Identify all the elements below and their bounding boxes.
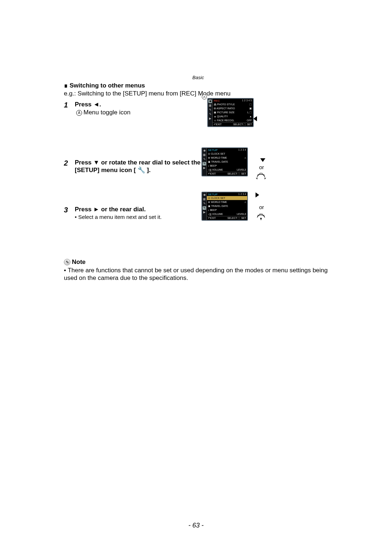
screen2-pages: 1 2 3 4 — [238, 148, 246, 152]
menu-screen-2: ◉ ▦ ✎ ✎ ▶ SETUP1 2 3 4 ⊙ CLOCK SET⊕ WORL… — [201, 147, 248, 176]
sidebar-movie-icon: ▦ — [208, 104, 212, 107]
dpad-left — [253, 116, 258, 121]
step-1: 1 Press ◄. AMenu toggle icon — [64, 101, 332, 116]
figure-2: ◉ ▦ ✎ ✎ ▶ SETUP1 2 3 4 ⊙ CLOCK SET⊕ WORL… — [201, 147, 248, 176]
sidebar-custom-icon: ✎ — [203, 158, 206, 161]
screen3-exit: ↶EXIT — [208, 217, 216, 220]
screen2-exit: ↶EXIT — [208, 172, 216, 175]
menu-row: ▲ QUALITY▲ — [213, 114, 253, 118]
menu-row: ▣ TRAVEL DATE — [207, 160, 247, 164]
menu-row: ⊕ WORLD TIME⌂ — [207, 200, 247, 204]
figure-column: A ◉ ▦ ✎ ✎ ▶ REC1 2 3 4 5 ⁂ PHOTO STYLE⬚⊞… — [200, 98, 272, 129]
svg-line-26 — [262, 214, 263, 216]
sidebar-custom-icon: ✎ — [203, 202, 206, 205]
or-label: or — [259, 164, 264, 170]
menu-row: ♪ BEEP — [207, 164, 247, 168]
step-number: 3 — [64, 206, 75, 214]
menu-row: ▣ TRAVEL DATE — [207, 204, 247, 208]
rear-dial-icon — [256, 171, 266, 179]
screen2-select: SELECT ⬚ SET — [227, 172, 246, 175]
step-2: 2 Press ▼ or rotate the rear dial to sel… — [64, 159, 332, 174]
sidebar-play-icon: ▶ — [208, 117, 212, 121]
svg-marker-29 — [260, 217, 262, 219]
menu-row: ☺ FACE RECOG.OFF — [213, 118, 253, 122]
screen2-title: SETUP — [208, 148, 218, 152]
dpad-right — [255, 192, 259, 197]
screen3-title: SETUP — [208, 193, 218, 196]
pencil-icon: ✎ — [64, 259, 70, 265]
screen1-exit: ↶EXIT — [214, 123, 222, 126]
sidebar-play-icon: ▶ — [203, 211, 206, 214]
sidebar-custom-icon: ✎ — [208, 108, 212, 112]
menu-row: ⁂ PHOTO STYLE⬚ — [213, 102, 253, 106]
svg-line-24 — [260, 214, 260, 216]
menu-row: ▣ PICTURE SIZEL ⬚ — [213, 110, 253, 114]
screen1-title: REC — [214, 99, 220, 102]
sidebar-rec-icon: ◉ — [208, 99, 212, 103]
or-label: or — [259, 204, 264, 210]
screen3-select: SELECT ⬚ SET — [227, 217, 246, 220]
menu-row: ⊕ WORLD TIME⌂ — [207, 156, 247, 160]
menu-row: ⊙ CLOCK SET — [207, 196, 247, 200]
sidebar-setup-icon: ✎ — [203, 162, 206, 166]
step-number: 1 — [64, 101, 75, 109]
screen1-select: SELECT ⬚ SET — [233, 123, 252, 126]
menu-screen-3: ◉ ▦ ✎ ✎ ▶ SETUP1 2 3 4 ⊙ CLOCK SET⊕ WORL… — [201, 192, 248, 221]
sidebar-setup-icon: ✎ — [203, 206, 206, 210]
page-number: - 63 - — [0, 522, 392, 529]
section-header: Basic — [64, 75, 332, 80]
rear-dial-icon — [256, 212, 266, 220]
section-title: ∎ Switching to other menus — [64, 82, 332, 89]
screen1-pages: 1 2 3 4 5 — [242, 99, 252, 102]
callout-a: A — [202, 94, 207, 99]
sidebar-play-icon: ▶ — [203, 166, 206, 170]
menu-row: ♪ BEEP — [207, 208, 247, 212]
note-block: ✎ Note • There are functions that cannot… — [64, 258, 332, 282]
menu-row: ◁)) VOLUMELEVEL3 — [207, 168, 247, 172]
step-3: 3 Press ► or the rear dial. • Select a m… — [64, 206, 332, 220]
figure-3: ◉ ▦ ✎ ✎ ▶ SETUP1 2 3 4 ⊙ CLOCK SET⊕ WORL… — [201, 192, 248, 221]
step-number: 2 — [64, 159, 75, 167]
down-arrow-icon — [260, 158, 265, 162]
label-a-icon: A — [76, 110, 82, 116]
menu-screen-1: ◉ ▦ ✎ ✎ ▶ REC1 2 3 4 5 ⁂ PHOTO STYLE⬚⊞ A… — [207, 98, 254, 127]
menu-row: ⊙ CLOCK SET — [207, 152, 247, 156]
svg-line-15 — [262, 173, 263, 175]
sidebar-movie-icon: ▦ — [203, 197, 206, 201]
note-text: • There are functions that cannot be set… — [64, 266, 332, 282]
sidebar-rec-icon: ◉ — [203, 149, 206, 152]
menu-row: ⊞ ASPECT RATIO▣ — [213, 106, 253, 110]
screen3-pages: 1 2 3 4 — [238, 193, 246, 196]
menu-row: ◁)) VOLUMELEVEL3 — [207, 212, 247, 216]
svg-line-13 — [260, 173, 260, 175]
sidebar-rec-icon: ◉ — [203, 193, 206, 197]
note-label: Note — [72, 258, 86, 266]
example-line: e.g.: Switching to the [SETUP] menu from… — [64, 90, 332, 97]
sidebar-setup-icon: ✎ — [208, 113, 212, 116]
sidebar-movie-icon: ▦ — [203, 153, 206, 157]
